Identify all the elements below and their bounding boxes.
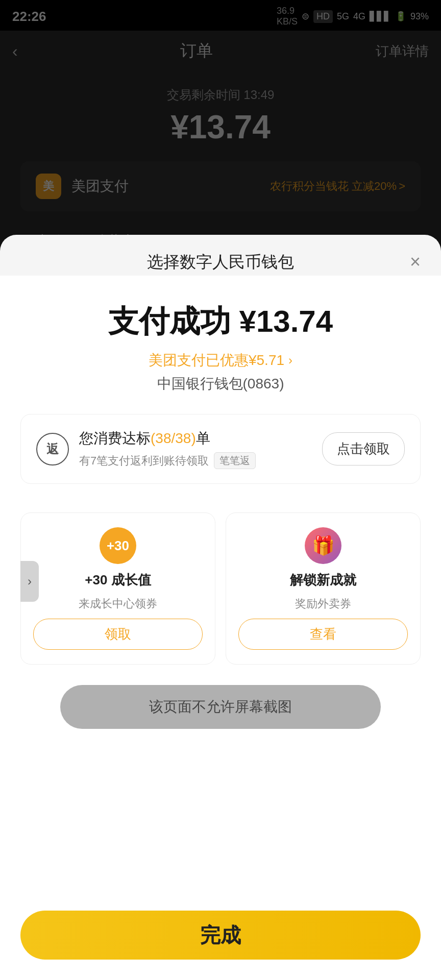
growth-claim-button[interactable]: 领取 (33, 619, 203, 650)
growth-reward-title: +30 成长值 (85, 571, 151, 589)
complete-button[interactable]: 完成 (20, 911, 421, 960)
rebate-card: 返 您消费达标(38/38)单 有7笔支付返利到账待领取 笔笔返 点击领取 (20, 414, 421, 484)
achievement-view-button[interactable]: 查看 (238, 619, 408, 650)
rebate-claim-button[interactable]: 点击领取 (322, 432, 405, 465)
growth-icon: +30 (100, 527, 136, 564)
achievement-icon: 🎁 (305, 527, 341, 564)
success-title: 支付成功 ¥13.74 (108, 301, 333, 342)
rebate-title: 您消费达标(38/38)单 (79, 429, 312, 448)
discount-arrow: › (288, 353, 292, 368)
reward-cards-row: +30 +30 成长值 来成长中心领券 领取 🎁 解锁新成就 奖励外卖券 查看 (20, 512, 421, 665)
rebate-content: 您消费达标(38/38)单 有7笔支付返利到账待领取 笔笔返 (79, 429, 312, 469)
swipe-left-arrow[interactable]: › (20, 561, 39, 602)
complete-button-label: 完成 (200, 921, 241, 949)
screenshot-notice-text: 该页面不允许屏幕截图 (149, 699, 292, 715)
achievement-reward-sub: 奖励外卖券 (295, 596, 351, 611)
growth-reward-sub: 来成长中心领券 (79, 596, 157, 611)
complete-button-wrap: 完成 (20, 911, 421, 960)
discount-text: 美团支付已优惠¥5.71 (149, 351, 284, 370)
discount-link[interactable]: 美团支付已优惠¥5.71 › (149, 351, 292, 370)
success-bank-info: 中国银行钱包(0863) (157, 374, 284, 394)
rebate-sub-text: 有7笔支付返利到账待领取 (79, 453, 209, 469)
modal-title: 选择数字人民币钱包 (147, 251, 294, 274)
achievement-reward-card: 🎁 解锁新成就 奖励外卖券 查看 (226, 512, 421, 665)
achievement-reward-title: 解锁新成就 (290, 571, 356, 589)
screenshot-notice: 该页面不允许屏幕截图 (60, 685, 380, 729)
success-card: 支付成功 ¥13.74 美团支付已优惠¥5.71 › 中国银行钱包(0863) … (0, 276, 441, 980)
rebate-icon: 返 (36, 433, 69, 465)
rebate-tag: 笔笔返 (214, 452, 256, 469)
growth-reward-card: +30 +30 成长值 来成长中心领券 领取 (20, 512, 215, 665)
rebate-sub: 有7笔支付返利到账待领取 笔笔返 (79, 452, 312, 469)
modal-close-button[interactable]: × (410, 251, 421, 273)
